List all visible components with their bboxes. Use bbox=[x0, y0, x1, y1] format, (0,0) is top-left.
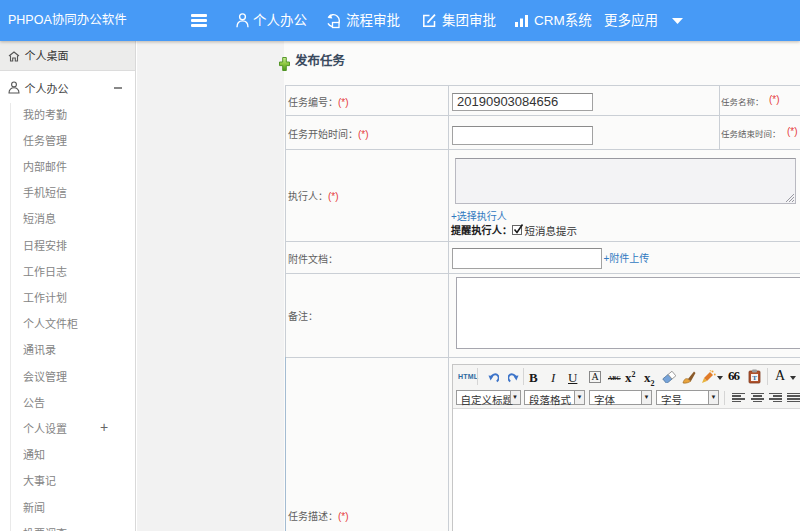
svg-text:T: T bbox=[752, 374, 757, 382]
